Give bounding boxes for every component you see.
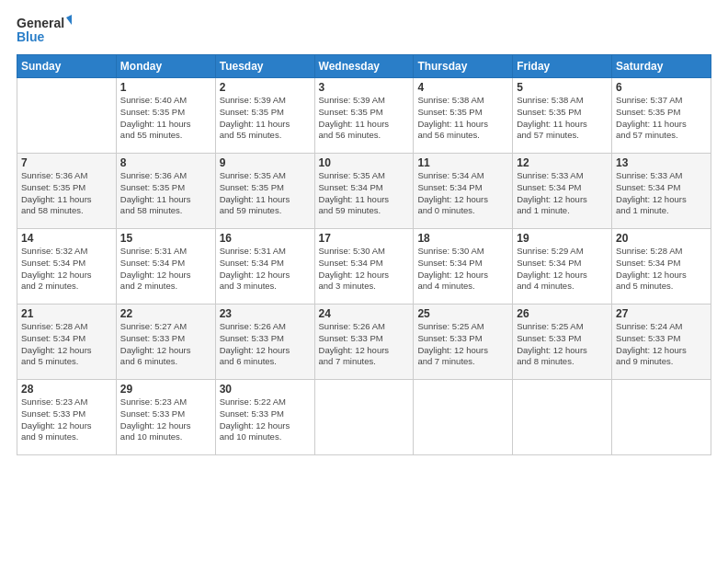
day-number: 7 xyxy=(21,156,112,169)
day-detail: Sunrise: 5:34 AM Sunset: 5:34 PM Dayligh… xyxy=(417,170,508,217)
calendar-cell: 3Sunrise: 5:39 AM Sunset: 5:35 PM Daylig… xyxy=(314,78,414,154)
day-detail: Sunrise: 5:36 AM Sunset: 5:35 PM Dayligh… xyxy=(21,170,112,217)
day-detail: Sunrise: 5:26 AM Sunset: 5:33 PM Dayligh… xyxy=(220,321,311,368)
day-detail: Sunrise: 5:26 AM Sunset: 5:33 PM Dayligh… xyxy=(319,321,410,368)
calendar-cell: 15Sunrise: 5:31 AM Sunset: 5:34 PM Dayli… xyxy=(116,229,215,304)
calendar-cell: 14Sunrise: 5:32 AM Sunset: 5:34 PM Dayli… xyxy=(17,229,117,304)
calendar-cell xyxy=(17,78,117,154)
weekday-header: Monday xyxy=(116,55,215,78)
day-number: 17 xyxy=(319,232,410,245)
day-detail: Sunrise: 5:33 AM Sunset: 5:34 PM Dayligh… xyxy=(517,170,608,217)
day-number: 11 xyxy=(417,156,508,169)
weekday-header: Tuesday xyxy=(215,55,314,78)
day-detail: Sunrise: 5:36 AM Sunset: 5:35 PM Dayligh… xyxy=(120,170,211,217)
svg-text:Blue: Blue xyxy=(17,29,45,44)
calendar-cell: 16Sunrise: 5:31 AM Sunset: 5:34 PM Dayli… xyxy=(215,229,314,304)
day-number: 2 xyxy=(220,81,311,94)
day-detail: Sunrise: 5:32 AM Sunset: 5:34 PM Dayligh… xyxy=(21,246,112,293)
day-detail: Sunrise: 5:25 AM Sunset: 5:33 PM Dayligh… xyxy=(517,321,608,368)
calendar-cell: 24Sunrise: 5:26 AM Sunset: 5:33 PM Dayli… xyxy=(314,304,414,380)
calendar-week-row: 14Sunrise: 5:32 AM Sunset: 5:34 PM Dayli… xyxy=(17,229,711,304)
day-detail: Sunrise: 5:28 AM Sunset: 5:34 PM Dayligh… xyxy=(616,246,707,293)
day-detail: Sunrise: 5:39 AM Sunset: 5:35 PM Dayligh… xyxy=(319,95,410,142)
day-detail: Sunrise: 5:40 AM Sunset: 5:35 PM Dayligh… xyxy=(120,95,211,142)
calendar-cell: 6Sunrise: 5:37 AM Sunset: 5:35 PM Daylig… xyxy=(612,78,711,154)
day-number: 13 xyxy=(616,156,707,169)
calendar-cell: 1Sunrise: 5:40 AM Sunset: 5:35 PM Daylig… xyxy=(116,78,215,154)
calendar-cell xyxy=(612,380,711,455)
weekday-header: Saturday xyxy=(612,55,711,78)
day-detail: Sunrise: 5:28 AM Sunset: 5:34 PM Dayligh… xyxy=(21,321,112,368)
day-number: 3 xyxy=(319,81,410,94)
calendar-cell: 28Sunrise: 5:23 AM Sunset: 5:33 PM Dayli… xyxy=(17,380,117,455)
calendar-week-row: 28Sunrise: 5:23 AM Sunset: 5:33 PM Dayli… xyxy=(17,380,711,455)
day-number: 15 xyxy=(120,232,211,245)
weekday-header: Thursday xyxy=(414,55,513,78)
day-detail: Sunrise: 5:24 AM Sunset: 5:33 PM Dayligh… xyxy=(616,321,707,368)
day-number: 27 xyxy=(616,307,707,320)
weekday-header: Wednesday xyxy=(314,55,414,78)
calendar-cell: 29Sunrise: 5:23 AM Sunset: 5:33 PM Dayli… xyxy=(116,380,215,455)
calendar-cell: 2Sunrise: 5:39 AM Sunset: 5:35 PM Daylig… xyxy=(215,78,314,154)
calendar-header-row: SundayMondayTuesdayWednesdayThursdayFrid… xyxy=(17,55,711,78)
day-detail: Sunrise: 5:35 AM Sunset: 5:35 PM Dayligh… xyxy=(220,170,311,217)
calendar-cell: 5Sunrise: 5:38 AM Sunset: 5:35 PM Daylig… xyxy=(513,78,612,154)
svg-text:General: General xyxy=(17,16,64,30)
calendar-cell xyxy=(314,380,414,455)
day-detail: Sunrise: 5:31 AM Sunset: 5:34 PM Dayligh… xyxy=(120,246,211,293)
day-number: 24 xyxy=(319,307,410,320)
calendar-cell xyxy=(513,380,612,455)
calendar-cell: 7Sunrise: 5:36 AM Sunset: 5:35 PM Daylig… xyxy=(17,154,117,229)
calendar-cell: 10Sunrise: 5:35 AM Sunset: 5:34 PM Dayli… xyxy=(314,154,414,229)
calendar-cell: 13Sunrise: 5:33 AM Sunset: 5:34 PM Dayli… xyxy=(612,154,711,229)
calendar-week-row: 21Sunrise: 5:28 AM Sunset: 5:34 PM Dayli… xyxy=(17,304,711,380)
day-number: 19 xyxy=(517,232,608,245)
calendar-cell: 23Sunrise: 5:26 AM Sunset: 5:33 PM Dayli… xyxy=(215,304,314,380)
calendar-cell: 22Sunrise: 5:27 AM Sunset: 5:33 PM Dayli… xyxy=(116,304,215,380)
calendar-cell: 9Sunrise: 5:35 AM Sunset: 5:35 PM Daylig… xyxy=(215,154,314,229)
day-number: 28 xyxy=(21,383,112,396)
calendar-cell: 26Sunrise: 5:25 AM Sunset: 5:33 PM Dayli… xyxy=(513,304,612,380)
day-number: 30 xyxy=(220,383,311,396)
day-number: 6 xyxy=(616,81,707,94)
day-number: 23 xyxy=(220,307,311,320)
day-number: 20 xyxy=(616,232,707,245)
weekday-header: Friday xyxy=(513,55,612,78)
day-detail: Sunrise: 5:38 AM Sunset: 5:35 PM Dayligh… xyxy=(517,95,608,142)
day-number: 8 xyxy=(120,156,211,169)
calendar-week-row: 1Sunrise: 5:40 AM Sunset: 5:35 PM Daylig… xyxy=(17,78,711,154)
calendar-cell: 12Sunrise: 5:33 AM Sunset: 5:34 PM Dayli… xyxy=(513,154,612,229)
day-number: 9 xyxy=(220,156,311,169)
calendar-cell: 19Sunrise: 5:29 AM Sunset: 5:34 PM Dayli… xyxy=(513,229,612,304)
day-number: 21 xyxy=(21,307,112,320)
day-number: 25 xyxy=(417,307,508,320)
calendar-cell: 4Sunrise: 5:38 AM Sunset: 5:35 PM Daylig… xyxy=(414,78,513,154)
day-number: 12 xyxy=(517,156,608,169)
day-number: 29 xyxy=(120,383,211,396)
calendar-cell: 30Sunrise: 5:22 AM Sunset: 5:33 PM Dayli… xyxy=(215,380,314,455)
logo: General Blue xyxy=(17,14,72,47)
logo-svg: General Blue xyxy=(17,14,72,47)
day-detail: Sunrise: 5:33 AM Sunset: 5:34 PM Dayligh… xyxy=(616,170,707,217)
calendar-cell: 27Sunrise: 5:24 AM Sunset: 5:33 PM Dayli… xyxy=(612,304,711,380)
weekday-header: Sunday xyxy=(17,55,117,78)
day-number: 18 xyxy=(417,232,508,245)
page-header: General Blue xyxy=(17,14,711,47)
calendar-cell xyxy=(414,380,513,455)
svg-marker-2 xyxy=(66,14,72,25)
day-number: 10 xyxy=(319,156,410,169)
calendar-cell: 11Sunrise: 5:34 AM Sunset: 5:34 PM Dayli… xyxy=(414,154,513,229)
day-detail: Sunrise: 5:27 AM Sunset: 5:33 PM Dayligh… xyxy=(120,321,211,368)
day-detail: Sunrise: 5:38 AM Sunset: 5:35 PM Dayligh… xyxy=(417,95,508,142)
day-number: 1 xyxy=(120,81,211,94)
day-number: 4 xyxy=(417,81,508,94)
day-detail: Sunrise: 5:31 AM Sunset: 5:34 PM Dayligh… xyxy=(220,246,311,293)
day-detail: Sunrise: 5:30 AM Sunset: 5:34 PM Dayligh… xyxy=(319,246,410,293)
day-detail: Sunrise: 5:23 AM Sunset: 5:33 PM Dayligh… xyxy=(120,396,211,443)
calendar-cell: 8Sunrise: 5:36 AM Sunset: 5:35 PM Daylig… xyxy=(116,154,215,229)
day-detail: Sunrise: 5:22 AM Sunset: 5:33 PM Dayligh… xyxy=(220,396,311,443)
calendar-cell: 17Sunrise: 5:30 AM Sunset: 5:34 PM Dayli… xyxy=(314,229,414,304)
day-detail: Sunrise: 5:30 AM Sunset: 5:34 PM Dayligh… xyxy=(417,246,508,293)
day-number: 5 xyxy=(517,81,608,94)
day-number: 26 xyxy=(517,307,608,320)
